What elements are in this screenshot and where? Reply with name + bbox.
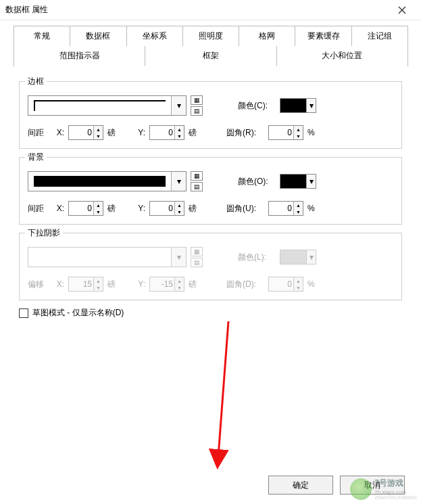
tab-dataframe[interactable]: 数据框 bbox=[70, 26, 126, 46]
shadow-color-picker: ▾ bbox=[280, 250, 316, 265]
tab-general[interactable]: 常规 bbox=[14, 26, 70, 46]
bg-gap-x-input[interactable]: ▲▼ bbox=[68, 201, 103, 216]
unit-pt: 磅 bbox=[107, 127, 120, 139]
shadow-y-input: ▲▼ bbox=[149, 277, 184, 292]
style-selector-icon[interactable]: ▦ bbox=[191, 171, 203, 181]
shadow-color-label: 颜色(L): bbox=[238, 252, 276, 263]
style-props-icon[interactable]: ▤ bbox=[191, 182, 203, 191]
bg-gap-label: 间距 bbox=[28, 203, 49, 214]
border-round-input[interactable]: ▲▼ bbox=[268, 125, 303, 140]
group-border: 边框 ▾ ▦ ▤ 颜色(C): ▾ 间距 X: ▲▼ 磅 Y: bbox=[19, 81, 402, 149]
cancel-button[interactable]: 取消 bbox=[340, 476, 405, 495]
chevron-down-icon[interactable]: ▾ bbox=[171, 96, 186, 115]
group-border-title: 边框 bbox=[25, 76, 47, 87]
group-shadow: 下拉阴影 ▾ ▦ ▤ 颜色(L): ▾ 偏移 X: ▲▼ 磅 Y: bbox=[19, 233, 402, 300]
tab-frame[interactable]: 框架 bbox=[145, 46, 276, 66]
tab-extent[interactable]: 范围指示器 bbox=[14, 46, 145, 66]
border-round-label: 圆角(R): bbox=[226, 127, 264, 139]
group-bg-title: 背景 bbox=[25, 152, 47, 163]
tab-grid[interactable]: 格网 bbox=[239, 26, 295, 46]
group-background: 背景 ▾ ▦ ▤ 颜色(O): ▾ 间距 X: ▲▼ 磅 Y: bbox=[19, 157, 402, 225]
pct-label: % bbox=[307, 128, 315, 137]
unit-pt: 磅 bbox=[189, 127, 201, 139]
tab-lighting[interactable]: 照明度 bbox=[182, 26, 239, 46]
border-color-label: 颜色(C): bbox=[238, 100, 276, 112]
style-selector-icon[interactable]: ▦ bbox=[191, 247, 203, 256]
border-symbol-preview bbox=[34, 100, 166, 111]
svg-line-0 bbox=[218, 321, 228, 465]
tab-size[interactable]: 大小和位置 bbox=[276, 46, 408, 66]
shadow-style-dropdown[interactable]: ▾ bbox=[28, 247, 187, 267]
window-title: 数据框 属性 bbox=[5, 4, 389, 16]
style-props-icon[interactable]: ▤ bbox=[191, 106, 203, 116]
bg-round-label: 圆角(U): bbox=[226, 203, 264, 214]
border-color-picker[interactable]: ▾ bbox=[280, 98, 316, 113]
tab-strip: 常规 数据框 坐标系 照明度 格网 要素缓存 注记组 范围指示器 框架 大小和位… bbox=[0, 20, 421, 66]
shadow-round-input: ▲▼ bbox=[268, 277, 303, 292]
tab-cache[interactable]: 要素缓存 bbox=[295, 26, 351, 46]
style-props-icon[interactable]: ▤ bbox=[191, 258, 203, 267]
border-gap-label: 间距 bbox=[28, 127, 49, 139]
bg-color-picker[interactable]: ▾ bbox=[280, 174, 316, 189]
bg-round-input[interactable]: ▲▼ bbox=[268, 201, 303, 216]
chevron-down-icon[interactable]: ▾ bbox=[171, 172, 186, 191]
border-gap-y-input[interactable]: ▲▼ bbox=[149, 125, 184, 140]
bg-style-dropdown[interactable]: ▾ bbox=[28, 171, 187, 191]
border-style-dropdown[interactable]: ▾ bbox=[28, 95, 187, 116]
shadow-offset-label: 偏移 bbox=[28, 279, 49, 290]
draft-mode-checkbox[interactable] bbox=[19, 308, 28, 318]
bg-color-label: 颜色(O): bbox=[238, 176, 276, 187]
shadow-round-label: 圆角(D): bbox=[226, 279, 264, 290]
bg-gap-y-input[interactable]: ▲▼ bbox=[149, 201, 184, 216]
border-gap-x-input[interactable]: ▲▼ bbox=[68, 125, 103, 140]
label-y: Y: bbox=[134, 128, 145, 137]
tab-annot[interactable]: 注记组 bbox=[351, 26, 408, 46]
chevron-down-icon[interactable]: ▾ bbox=[171, 248, 186, 267]
label-x: X: bbox=[53, 128, 64, 137]
draft-mode-label: 草图模式 - 仅显示名称(D) bbox=[32, 307, 124, 319]
tab-crs[interactable]: 坐标系 bbox=[126, 26, 183, 46]
bg-symbol-preview bbox=[34, 176, 166, 187]
close-button[interactable] bbox=[389, 0, 416, 20]
style-selector-icon[interactable]: ▦ bbox=[191, 95, 203, 105]
ok-button[interactable]: 确定 bbox=[268, 476, 333, 495]
shadow-x-input: ▲▼ bbox=[68, 277, 103, 292]
group-shadow-title: 下拉阴影 bbox=[25, 227, 63, 239]
